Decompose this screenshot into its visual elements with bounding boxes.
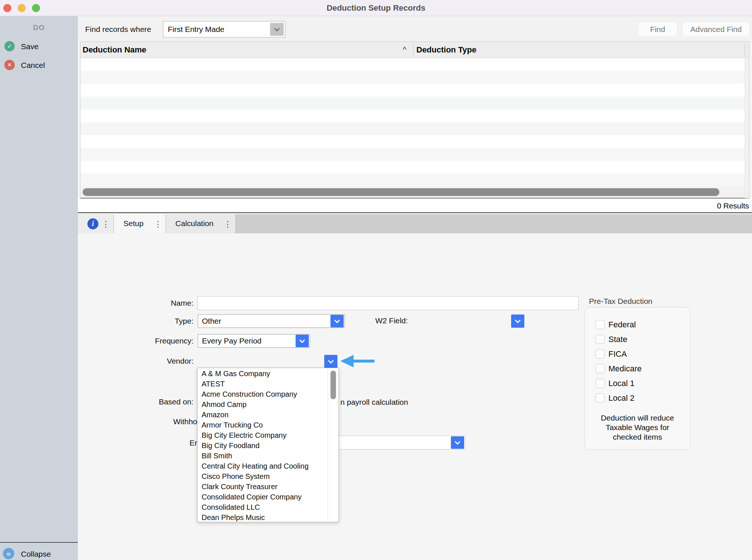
advanced-find-button[interactable]: Advanced Find [682,22,750,37]
chevron-down-icon [328,358,334,364]
column-header-deduction-type[interactable]: Deduction Type [416,45,476,55]
save-button[interactable]: ✓ Save [0,41,78,52]
w2-field-label: W2 Field: [375,316,408,326]
table-row[interactable] [80,84,745,97]
vendor-option[interactable]: Central City Heating and Cooling [198,461,328,471]
w2-field-dropdown-button[interactable] [511,314,524,328]
type-select[interactable]: Other [198,314,345,328]
cancel-button[interactable]: ✕ Cancel [0,60,78,71]
vendor-option[interactable]: Big City Electric Company [198,430,328,440]
chevron-down-icon [274,26,280,32]
main-area: Find records where First Entry Made Find… [78,16,752,560]
table-body [80,58,745,186]
kebab-menu-icon[interactable]: ⋮ [224,219,232,229]
table-row[interactable] [80,135,745,148]
vendor-option[interactable]: Consolidated LLC [198,502,328,512]
table-row[interactable] [80,161,745,174]
frequency-label: Frequency: [120,336,194,346]
checkbox-label: Local 1 [608,379,634,388]
checkbox-label: Local 2 [608,393,634,403]
tab-setup-label: Setup [114,219,153,228]
frequency-select[interactable]: Every Pay Period [198,334,310,348]
find-where-dropdown-button[interactable] [270,23,284,36]
pretax-note-line: checked items [588,432,687,442]
pretax-checkbox-row: State [585,335,690,344]
pretax-deduction-panel: FederalStateFICAMedicareLocal 1Local 2 D… [585,307,690,450]
name-input[interactable] [198,296,579,310]
vendor-option[interactable]: Bill Smith [198,451,328,461]
column-separator[interactable] [413,43,413,57]
pretax-note-line: Deduction will reduce [588,413,687,423]
payroll-calculation-label-fragment: n payroll calculation [340,397,408,407]
horizontal-scrollbar-thumb[interactable] [83,188,719,196]
find-bar: Find records where First Entry Made Find… [78,16,752,41]
titlebar: Deduction Setup Records [0,0,752,16]
checkbox-federal[interactable] [596,320,605,329]
find-records-where-label: Find records where [85,25,151,34]
tab-calculation[interactable]: Calculation ⋮ [166,214,236,233]
vendor-option[interactable]: Dean Phelps Music [198,512,328,523]
chevron-down-icon [515,317,521,323]
table-header-row: Deduction Name ^ Deduction Type [80,42,749,58]
kebab-menu-icon[interactable]: ⋮ [102,219,110,229]
vendor-option[interactable]: Cisco Phone System [198,471,328,481]
find-button[interactable]: Find [638,22,677,37]
vendor-option[interactable]: Amazon [198,410,328,420]
pretax-note: Deduction will reduceTaxable Wages forch… [588,413,687,442]
employer-label-fragment: Er [124,438,197,448]
vendor-option[interactable]: Consolidated Copier Company [198,492,328,502]
vendor-dropdown-button[interactable] [324,355,337,368]
checkbox-fica[interactable] [596,349,605,359]
checkbox-label: Federal [608,320,636,330]
dropdown-scrollbar-thumb[interactable] [330,371,336,399]
field-dropdown-button[interactable] [451,436,464,449]
vendor-option[interactable]: Ahmod Camp [198,399,328,410]
checkbox-state[interactable] [596,335,605,344]
info-icon[interactable]: i [87,218,98,229]
sort-ascending-icon[interactable]: ^ [403,46,406,54]
pretax-checkbox-row: Local 2 [585,393,690,403]
results-strip: 0 Results [78,199,752,213]
tab-setup[interactable]: Setup ⋮ [114,214,166,233]
kebab-menu-icon[interactable]: ⋮ [154,219,162,229]
table-row[interactable] [80,58,745,71]
type-selected-value: Other [202,317,221,326]
checkbox-medicare[interactable] [596,364,605,373]
sidebar-divider [0,542,78,543]
collapse-button[interactable]: « Collapse [0,548,78,559]
pointer-arrow-annotation [340,355,375,367]
arrow-head [340,355,354,367]
app-window: Deduction Setup Records DO ✓ Save ✕ Canc… [0,0,752,560]
table-row[interactable] [80,109,745,122]
cancel-label: Cancel [21,60,45,70]
sidebar: DO ✓ Save ✕ Cancel « Collapse [0,16,78,560]
table-row[interactable] [80,71,745,84]
frequency-dropdown-button[interactable] [296,335,309,347]
type-dropdown-button[interactable] [330,315,344,327]
vertical-scrollbar-track[interactable] [745,58,749,198]
tab-calculation-label: Calculation [166,219,223,228]
pretax-deduction-title: Pre-Tax Deduction [589,297,652,306]
table-row[interactable] [80,97,745,109]
arrow-tail [353,360,375,363]
dropdown-scrollbar-track[interactable] [328,368,339,522]
vendor-option[interactable]: Big City Foodland [198,440,328,451]
table-row[interactable] [80,122,745,135]
tab-info[interactable]: i ⋮ [78,214,114,233]
checkbox-label: Medicare [608,364,641,374]
vendor-option[interactable]: A & M Gas Company [198,368,328,379]
column-separator[interactable] [745,43,745,57]
vendor-option[interactable]: Acme Construction Company [198,389,328,399]
table-row[interactable] [80,174,745,186]
pretax-checkbox-row: Local 1 [585,379,690,388]
vendor-option[interactable]: ATEST [198,379,328,389]
column-header-deduction-name[interactable]: Deduction Name [83,45,147,55]
find-where-select[interactable]: First Entry Made [163,21,285,37]
checkbox-local-2[interactable] [596,393,605,403]
checkbox-local-1[interactable] [596,379,605,388]
vendor-option[interactable]: Armor Trucking Co [198,420,328,430]
find-where-selected-value: First Entry Made [168,25,224,34]
vendor-option[interactable]: Clark County Treasurer [198,481,328,492]
horizontal-scrollbar-track[interactable] [80,186,745,198]
table-row[interactable] [80,148,745,161]
